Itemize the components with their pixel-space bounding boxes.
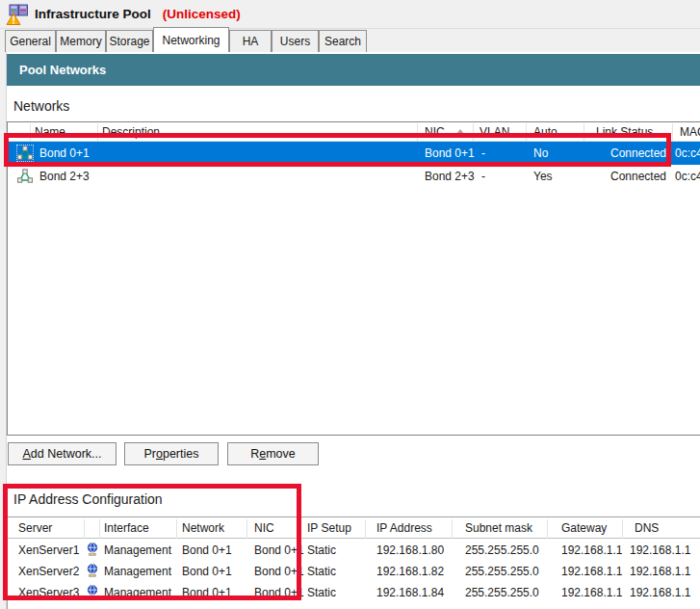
cell-server: XenServer1 [18,543,79,557]
column-divider [176,519,177,539]
networks-table: Name Description NIC VLAN Auto Link Stat… [7,121,700,436]
column-divider [246,519,247,539]
column-header-description[interactable]: Description [102,125,160,139]
cell-name: Bond 2+3 [39,170,90,183]
column-header-interface[interactable]: Interface [104,521,149,535]
column-divider [583,123,584,141]
ip-config-table: Server Interface Network NIC IP Setup IP… [7,516,700,609]
tab-networking[interactable]: Networking [153,27,229,52]
sort-ascending-icon [455,129,465,135]
page-title: Pool Networks [7,54,700,86]
column-divider [97,123,98,141]
ip-config-section-label: IP Address Configuration [13,491,163,507]
cell-nic: Bond 0+1 [254,565,304,578]
bond-network-icon [17,146,33,161]
column-header-ip-address[interactable]: IP Address [376,521,432,535]
add-network-button[interactable]: Add Network... [8,442,117,465]
tab-general[interactable]: General [5,30,56,52]
cell-auto: Yes [533,170,553,183]
pool-warning-icon [6,3,29,26]
cell-subnet-mask: 255.255.255.0 [465,543,539,557]
column-header-vlan[interactable]: VLAN [480,125,509,139]
cell-ip-address: 192.168.1.82 [376,565,444,578]
cell-auto: No [533,146,548,160]
cell-nic: Bond 0+1 [254,586,304,599]
xencenter-pool-window: Infrastructure Pool (Unlicensed) General… [0,0,700,609]
column-header-server[interactable]: Server [18,521,52,535]
management-interface-icon [86,585,99,599]
button-label: A [23,447,31,461]
cell-network: Bond 0+1 [182,565,232,578]
window-title: Infrastructure Pool [35,7,151,21]
column-divider [299,519,300,539]
cell-name: Bond 0+1 [39,146,90,160]
ip-config-row-xenserver3[interactable]: XenServer3 Management Bond 0+1 Bond 0+1 … [8,582,700,603]
bond-network-icon [17,169,33,184]
cell-network: Bond 0+1 [182,586,232,599]
column-divider [84,519,85,539]
column-header-dns[interactable]: DNS [635,521,659,535]
column-header-link-status[interactable]: Link Status [596,125,653,139]
network-row-bond-2-3[interactable]: Bond 2+3 Bond 2+3 - Yes Connected 0c:c4 [8,165,700,188]
column-header-gateway[interactable]: Gateway [561,521,607,535]
window-titlebar: Infrastructure Pool (Unlicensed) [0,0,700,29]
column-divider [452,519,453,539]
cell-interface: Management [104,565,171,578]
column-divider [526,123,527,141]
cell-mac: 0c:c4 [675,170,700,183]
cell-ip-address: 192.168.1.84 [376,586,444,599]
networks-section-label: Networks [13,98,69,114]
cell-ip-setup: Static [307,586,336,599]
cell-link-status: Connected [610,146,666,160]
cell-gateway: 192.168.1.1 [561,565,622,578]
cell-nic: Bond 0+1 [254,543,304,557]
column-header-subnet-mask[interactable]: Subnet mask [465,521,532,535]
remove-button[interactable]: Remove [227,442,319,465]
cell-interface: Management [104,586,171,599]
column-divider [365,519,366,539]
cell-server: XenServer3 [18,586,79,599]
column-header-nic[interactable]: NIC [425,125,445,139]
cell-ip-setup: Static [307,565,336,578]
ip-config-table-header: Server Interface Network NIC IP Setup IP… [8,516,700,539]
ip-config-row-xenserver2[interactable]: XenServer2 Management Bond 0+1 Bond 0+1 … [8,561,700,582]
properties-button[interactable]: Properties [124,442,219,465]
cell-ip-setup: Static [307,543,336,557]
button-label: dd Network... [31,447,102,461]
cell-server: XenServer2 [18,565,79,578]
ip-config-row-xenserver1[interactable]: XenServer1 Management Bond 0+1 Bond 0+1 … [8,540,700,561]
pool-networks-title: Pool Networks [19,63,106,77]
column-header-mac[interactable]: MAC [680,125,700,139]
tab-ha[interactable]: HA [229,30,272,52]
network-row-bond-0-1[interactable]: Bond 0+1 Bond 0+1 - No Connected 0c:c4 [8,142,700,165]
cell-nic: Bond 2+3 [425,170,475,183]
cell-subnet-mask: 255.255.255.0 [465,565,539,578]
column-header-name[interactable]: Name [35,125,65,139]
column-header-nic[interactable]: NIC [254,521,274,535]
cell-nic: Bond 0+1 [425,146,475,160]
column-header-ip-setup[interactable]: IP Setup [307,521,351,535]
cell-network: Bond 0+1 [182,543,232,557]
column-header-auto[interactable]: Auto [533,125,557,139]
networks-table-header: Name Description NIC VLAN Auto Link Stat… [8,122,700,142]
license-status-badge: (Unlicensed) [163,7,241,21]
column-divider [547,519,548,539]
button-label: R [250,447,259,461]
cell-vlan: - [481,170,485,183]
cell-dns: 192.168.1.1 [630,565,690,578]
tab-storage[interactable]: Storage [106,30,153,52]
tab-search[interactable]: Search [319,30,367,52]
cell-mac: 0c:c4 [675,146,700,160]
management-interface-icon [86,543,99,557]
column-divider [30,123,31,141]
tab-memory[interactable]: Memory [56,30,106,52]
tab-users[interactable]: Users [272,30,319,52]
button-label: Pr [144,447,157,461]
cell-ip-address: 192.168.1.80 [376,543,444,557]
cell-dns: 192.168.1.1 [630,586,690,599]
cell-interface: Management [104,543,171,557]
column-divider [622,519,623,539]
column-header-network[interactable]: Network [182,521,224,535]
cell-dns: 192.168.1.1 [630,543,690,557]
cell-link-status: Connected [610,170,666,183]
